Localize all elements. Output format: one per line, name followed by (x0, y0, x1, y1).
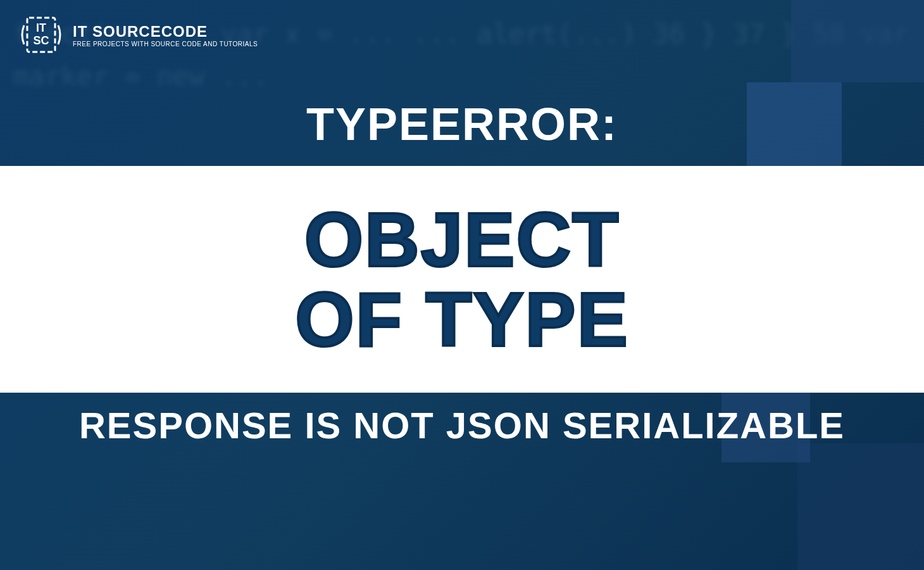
logo-title: IT SOURCECODE (73, 23, 258, 41)
logo-text-block: IT SOURCECODE FREE PROJECTS WITH SOURCE … (73, 23, 258, 48)
logo-tagline: FREE PROJECTS WITH SOURCE CODE AND TUTOR… (73, 41, 258, 48)
svg-text:IT: IT (36, 22, 46, 34)
decorative-square (791, 0, 924, 82)
decorative-square (797, 443, 924, 570)
white-center-band: OBJECT OF TYPE (0, 166, 924, 393)
logo-area: IT SC IT SOURCECODE FREE PROJECTS WITH S… (19, 13, 258, 57)
banner-container: function ... var x = ... ... alert(...) … (0, 0, 924, 570)
heading-middle-line2: OF TYPE (295, 279, 628, 359)
heading-middle-line1: OBJECT (304, 200, 620, 279)
itsourcecode-logo-icon: IT SC (19, 13, 63, 57)
heading-top: TYPEERROR: (0, 98, 924, 150)
heading-bottom: RESPONSE IS NOT JSON SERIALIZABLE (0, 404, 924, 446)
svg-text:SC: SC (33, 34, 49, 47)
